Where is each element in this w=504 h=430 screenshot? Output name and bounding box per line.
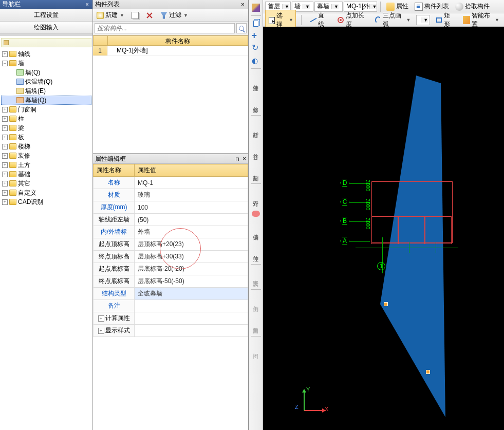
property-row[interactable]: 内/外墙标外墙 xyxy=(94,226,248,238)
search-button[interactable] xyxy=(236,23,247,33)
tree-node-other[interactable]: +其它 xyxy=(1,179,91,188)
property-row[interactable]: 终点顶标高层顶标高+30(33) xyxy=(94,251,248,263)
component-list-close[interactable]: × xyxy=(239,1,246,8)
brush-icon xyxy=(252,4,260,12)
tree-node-wall-duo[interactable]: 墙垛(E) xyxy=(1,86,91,96)
property-row[interactable]: 结构类型全玻幕墙 xyxy=(94,288,248,300)
arc-icon xyxy=(375,16,382,24)
rotate-tool[interactable] xyxy=(250,43,262,54)
copy-tool[interactable] xyxy=(250,18,262,29)
tree-node-custom[interactable]: +自定义 xyxy=(1,188,91,197)
coordinate-axis: X Y Z xyxy=(294,387,330,420)
tree-node-curtainwall[interactable]: 幕墙(Q) xyxy=(1,96,91,105)
grid-bubble: C xyxy=(340,198,349,206)
extend-tool[interactable]: 延伸 xyxy=(250,71,262,91)
tree-node-beam[interactable]: +梁 xyxy=(1,123,91,133)
pin-icon[interactable]: ⊓ xyxy=(235,156,239,162)
tree-node-wall[interactable]: −墙 xyxy=(1,59,91,68)
component-grid: 1 MQ-1[外墙] xyxy=(93,46,248,154)
tree-node-wall-ins[interactable]: 保温墙(Q) xyxy=(1,77,91,86)
chamfer-tool[interactable]: 倒角 xyxy=(250,292,262,312)
3d-viewport[interactable]: D C B A 1 3000 3000 3000 X xyxy=(263,27,504,430)
prop-value-cell[interactable]: 外墙 xyxy=(135,226,248,238)
stretch-tool[interactable]: 拉伸 xyxy=(250,241,262,262)
offset-tool[interactable]: 偏移 xyxy=(250,220,262,240)
tree-node-earth[interactable]: +土方 xyxy=(1,160,91,170)
property-row[interactable]: 轴线距左墙(50) xyxy=(94,214,248,226)
property-close[interactable]: × xyxy=(242,155,246,162)
btn-label: 直线 xyxy=(318,11,329,29)
trim-tool[interactable]: 修剪 xyxy=(250,92,262,113)
folder-icon xyxy=(9,171,16,177)
tree-strip[interactable] xyxy=(1,38,91,47)
close-tool[interactable]: 闭 xyxy=(250,339,262,359)
tab-drawing-input[interactable]: 绘图输入 xyxy=(0,22,92,34)
grip-handle[interactable] xyxy=(426,370,430,374)
grid-label-a: A xyxy=(340,237,350,245)
nav-close-btn[interactable]: × xyxy=(84,1,90,8)
tree-node-axis[interactable]: +轴线 xyxy=(1,49,91,59)
expand-icon[interactable]: + xyxy=(98,328,104,334)
search-input[interactable] xyxy=(95,23,235,33)
prop-value-cell[interactable]: 玻璃 xyxy=(135,189,248,201)
prop-value-cell[interactable]: 层底标高-20(-20) xyxy=(135,263,248,275)
tree-label: 墙(Q) xyxy=(25,68,40,77)
tree-node-column[interactable]: +柱 xyxy=(1,114,91,123)
prop-row-calc[interactable]: +计算属性 xyxy=(94,312,248,325)
prop-name-cell: 终点顶标高 xyxy=(94,251,135,263)
prop-hdr-val: 属性值 xyxy=(135,164,248,177)
cursor-icon xyxy=(268,16,275,24)
prop-value-cell[interactable] xyxy=(135,300,248,312)
tree-label: 装修 xyxy=(18,152,30,160)
prop-value-cell[interactable]: (50) xyxy=(135,214,248,226)
property-row[interactable]: 起点底标高层底标高-20(-20) xyxy=(94,263,248,275)
grip-handle[interactable] xyxy=(384,302,388,306)
property-row[interactable]: 备注 xyxy=(94,300,248,312)
prop-value-cell[interactable]: 层顶标高+30(33) xyxy=(135,251,248,263)
tree-node-slab[interactable]: +板 xyxy=(1,133,91,142)
expand-icon[interactable]: + xyxy=(98,315,104,322)
align-tool[interactable]: 对齐 xyxy=(250,186,262,207)
tree-node-door[interactable]: +门窗洞 xyxy=(1,105,91,114)
arc-param-combo[interactable]: ▼ xyxy=(416,15,430,25)
gridline-vertical xyxy=(436,242,436,253)
prop-row-disp[interactable]: +显示样式 xyxy=(94,325,248,337)
component-list-title: 构件列表 xyxy=(95,0,120,9)
prop-value-cell[interactable]: MQ-1 xyxy=(135,177,248,189)
folder-icon xyxy=(9,162,16,168)
tree-node-cad[interactable]: +CAD识别 xyxy=(1,197,91,207)
merge-tool[interactable]: 合并 xyxy=(250,139,262,160)
move-tool[interactable] xyxy=(250,30,262,42)
cloud-tool[interactable] xyxy=(250,208,262,219)
brush-tool[interactable] xyxy=(250,2,262,13)
property-row[interactable]: 终点底标高层底标高-50(-50) xyxy=(94,275,248,288)
break-tool[interactable]: 打断 xyxy=(250,118,262,138)
tab-project-settings[interactable]: 工程设置 xyxy=(0,9,92,22)
mirror-tool[interactable] xyxy=(250,55,262,66)
tree-label: 板 xyxy=(18,133,24,142)
nav-tree: +轴线 −墙 墙(Q) 保温墙(Q) 墙垛(E) 幕墙(Q) +门窗洞 +柱 +… xyxy=(0,36,92,430)
red-cell xyxy=(398,216,425,244)
tree-node-found[interactable]: +基础 xyxy=(1,170,91,179)
new-button[interactable]: 新建▼ xyxy=(95,10,126,20)
split-tool[interactable]: 分割 xyxy=(250,161,262,181)
property-row[interactable]: 起点顶标高层顶标高+20(23) xyxy=(94,238,248,251)
prop-value-cell[interactable]: 层顶标高+20(23) xyxy=(135,238,248,251)
folder-icon xyxy=(9,134,16,140)
tree-node-stair[interactable]: +楼梯 xyxy=(1,142,91,151)
copy-button[interactable] xyxy=(130,11,140,20)
fillet-tool[interactable]: 圆角 xyxy=(250,313,262,334)
prop-value-cell[interactable]: 层底标高-50(-50) xyxy=(135,275,248,288)
tree-node-deco[interactable]: +装修 xyxy=(1,151,91,160)
property-row[interactable]: 名称MQ-1 xyxy=(94,177,248,189)
vertical-toolbar: 延伸 修剪 打断 合并 分割 对齐 偏移 拉伸 设置夹点 倒角 圆角 闭 xyxy=(249,0,263,430)
property-row[interactable]: 材质玻璃 xyxy=(94,189,248,201)
prop-value-cell[interactable]: 100 xyxy=(135,201,248,214)
component-row[interactable]: 1 MQ-1[外墙] xyxy=(93,46,248,56)
property-row[interactable]: 厚度(mm)100 xyxy=(94,201,248,214)
prop-value-cell[interactable]: 全玻幕墙 xyxy=(135,288,248,300)
tree-node-wall-q[interactable]: 墙(Q) xyxy=(1,68,91,77)
setgrip-tool[interactable]: 设置夹点 xyxy=(250,267,262,287)
filter-button[interactable]: 过滤▼ xyxy=(159,10,190,20)
delete-button[interactable] xyxy=(144,11,155,20)
